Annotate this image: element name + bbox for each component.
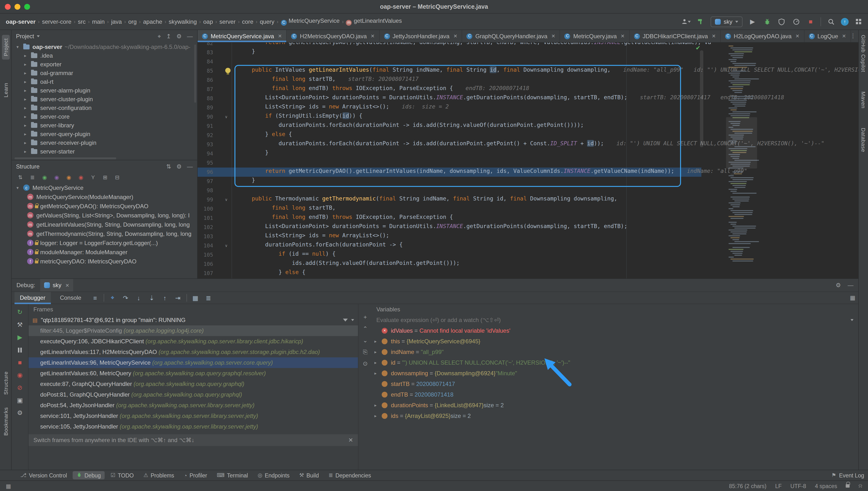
tree-root[interactable]: ▾oap-server~/Downloads/apache-skywalking… — [11, 42, 197, 51]
gutter-line-number[interactable]: 89 — [198, 103, 213, 112]
frame-row[interactable]: getLinearIntValues:117, H2MetricsQueryDA… — [29, 347, 358, 357]
stop-icon[interactable]: ■ — [16, 358, 24, 367]
show-inherited-icon[interactable]: ◉ — [41, 173, 49, 181]
hide-panel-icon[interactable]: — — [187, 33, 193, 40]
frame-row[interactable]: executeQuery:106, JDBCHikariCPClient (or… — [29, 336, 358, 347]
notifications-bell-icon[interactable]: ⍾ — [859, 483, 862, 489]
chevron-right-icon[interactable]: ▸ — [24, 114, 30, 119]
tree-item[interactable]: ▸server-core — [11, 112, 197, 121]
show-execution-point-icon[interactable]: ⌖ — [108, 293, 117, 302]
coverage-icon[interactable] — [777, 17, 786, 26]
variable-row[interactable]: ▸ids = {ArrayList@6925} size = 2 — [372, 411, 858, 421]
chevron-right-icon[interactable]: ▸ — [24, 97, 30, 102]
run-configuration-select[interactable]: sky — [711, 16, 743, 27]
thread-selector[interactable]: ▤ "qtp1818592781-43"@6,921 in group "mai… — [29, 315, 358, 325]
tree-item[interactable]: ▸server-receiver-plugin — [11, 139, 197, 147]
chevron-down-icon[interactable]: ▾ — [17, 45, 22, 49]
frame-row[interactable]: getLinearIntValues:60, MetricQuery (org.… — [29, 368, 358, 379]
chevron-right-icon[interactable]: ▸ — [374, 371, 381, 376]
debug-session-tab[interactable]: sky ✕ — [40, 279, 73, 291]
gutter-line-number[interactable]: 87 — [198, 85, 213, 94]
chevron-right-icon[interactable]: ▸ — [24, 62, 30, 67]
toolwindow-button-debug[interactable]: Debug — [73, 471, 105, 480]
fold-icon[interactable]: ∨ — [223, 195, 230, 204]
close-icon[interactable]: ✕ — [453, 33, 458, 39]
frame-row[interactable]: service:105, JettyJsonHandler (org.apach… — [29, 421, 358, 432]
step-out-icon[interactable]: ↑ — [160, 293, 170, 302]
run-button[interactable]: ▶ — [748, 17, 757, 26]
sidebar-item-maven[interactable]: Maven — [861, 91, 866, 109]
structure-item[interactable]: fmetricQueryDAO: IMetricsQueryDAO — [11, 257, 197, 266]
collapse-all-icon[interactable]: ⊟ — [113, 173, 121, 181]
gutter-line-number[interactable]: 95 — [198, 158, 213, 168]
add-watch-icon[interactable]: + — [364, 314, 367, 321]
chevron-right-icon[interactable]: ▸ — [24, 140, 30, 145]
toolwindow-button-version-control[interactable]: ⎇Version Control — [17, 471, 71, 480]
resume-icon[interactable]: ▶ — [16, 333, 24, 341]
structure-item[interactable]: mgetLinearIntValues(String, String, Down… — [11, 220, 197, 229]
mute-breakpoints-icon[interactable]: ⊘ — [16, 383, 24, 392]
gear-icon[interactable]: ⚙ — [176, 33, 182, 40]
editor-tab[interactable]: CJettyJsonHandler.java✕ — [379, 30, 462, 42]
chevron-right-icon[interactable]: ▸ — [374, 360, 381, 365]
filter-icon[interactable]: Y — [89, 173, 97, 181]
close-icon[interactable]: ✕ — [551, 33, 555, 39]
chevron-right-icon[interactable]: ▸ — [374, 413, 381, 418]
frame-row[interactable]: execute:87, GraphQLQueryHandler (org.apa… — [29, 379, 358, 389]
sidebar-item-structure[interactable]: Structure — [3, 371, 8, 395]
gutter-line-number[interactable]: 93 — [198, 140, 213, 149]
event-log-button[interactable]: ⚑ Event Log — [832, 472, 864, 479]
structure-item[interactable]: fmoduleManager: ModuleManager — [11, 248, 197, 257]
toolwindow-button-todo[interactable]: ☑TODO — [107, 471, 138, 480]
move-watch-up-icon[interactable]: ⌃ — [363, 325, 368, 332]
structure-item[interactable]: mgetMetricQueryDAO(): IMetricsQueryDAO — [11, 201, 197, 211]
gear-icon[interactable]: ⚙ — [176, 163, 182, 170]
variable-row[interactable]: endTB = 202008071418 — [372, 389, 858, 400]
editor-tab[interactable]: CH2MetricsQueryDAO.java✕ — [287, 30, 379, 42]
run-to-cursor-icon[interactable]: ⇥ — [173, 293, 183, 302]
sidebar-item-project[interactable]: Project — [2, 35, 9, 60]
show-watches-icon[interactable]: ⊙ — [363, 360, 368, 367]
step-into-icon[interactable]: ↓ — [134, 293, 143, 302]
breadcrumb-item[interactable]: oap — [202, 18, 214, 25]
debug-settings-icon[interactable]: ⚙ — [16, 409, 24, 417]
minimize-window-button[interactable] — [15, 4, 20, 10]
frame-row[interactable]: getLinearIntValues:96, MetricQueryServic… — [29, 357, 358, 368]
toolwindow-switcher-icon[interactable]: ▦ — [6, 483, 11, 489]
gear-icon[interactable]: ⚙ — [836, 282, 841, 289]
chevron-right-icon[interactable]: ▸ — [24, 88, 30, 93]
view-breakpoints-icon[interactable]: ◉ — [16, 371, 24, 379]
structure-panel-title[interactable]: Structure — [16, 163, 39, 170]
gutter-line-number[interactable]: 96 — [198, 168, 213, 177]
status-item[interactable]: 4 spaces — [815, 483, 837, 489]
status-item[interactable]: LF — [775, 483, 782, 489]
chevron-right-icon[interactable]: ▸ — [24, 149, 30, 154]
show-fields-icon[interactable]: ◉ — [65, 173, 73, 181]
profiler-icon[interactable] — [791, 17, 801, 26]
chevron-down-icon[interactable]: ▾ — [17, 185, 22, 190]
tree-item[interactable]: ▸server-configuration — [11, 104, 197, 112]
gutter-line-number[interactable]: 92 — [198, 131, 213, 140]
gutter-line-number[interactable]: 82 — [198, 42, 213, 48]
structure-item[interactable]: mgetValues(String, List<String>, Downsam… — [11, 211, 197, 220]
close-icon[interactable]: ✕ — [65, 283, 69, 288]
gutter-line-number[interactable]: 105 — [198, 250, 213, 260]
hide-panel-icon[interactable]: — — [848, 282, 853, 289]
layout-grid-icon[interactable] — [854, 17, 863, 26]
lock-icon[interactable] — [846, 484, 850, 488]
variable-row[interactable]: ▸downsampling = {Downsampling@6924} "Min… — [372, 368, 858, 379]
structure-item[interactable]: mgetThermodynamic(String, String, Downsa… — [11, 229, 197, 238]
editor-area[interactable]: CMetricQueryService.java✕CH2MetricsQuery… — [198, 30, 858, 279]
collapse-all-icon[interactable]: ↥ — [166, 33, 171, 40]
gutter-line-number[interactable]: 98 — [198, 186, 213, 195]
sort-icon[interactable]: ⇅ — [17, 173, 24, 181]
close-icon[interactable]: ✕ — [371, 33, 375, 39]
breadcrumb-item[interactable]: query — [259, 18, 276, 25]
gutter-line-number[interactable]: 100 — [198, 204, 213, 213]
evaluate-expression-icon[interactable]: ▦ — [191, 293, 200, 302]
variable-row[interactable]: ✕idValues = Cannot find local variable '… — [372, 325, 858, 336]
tab-debugger[interactable]: Debugger — [15, 292, 51, 304]
more-tabs-icon[interactable]: ⋮ — [850, 32, 856, 39]
editor-tab[interactable]: CMetricQueryService.java✕ — [198, 30, 287, 42]
chevron-right-icon[interactable]: ▸ — [24, 132, 30, 137]
